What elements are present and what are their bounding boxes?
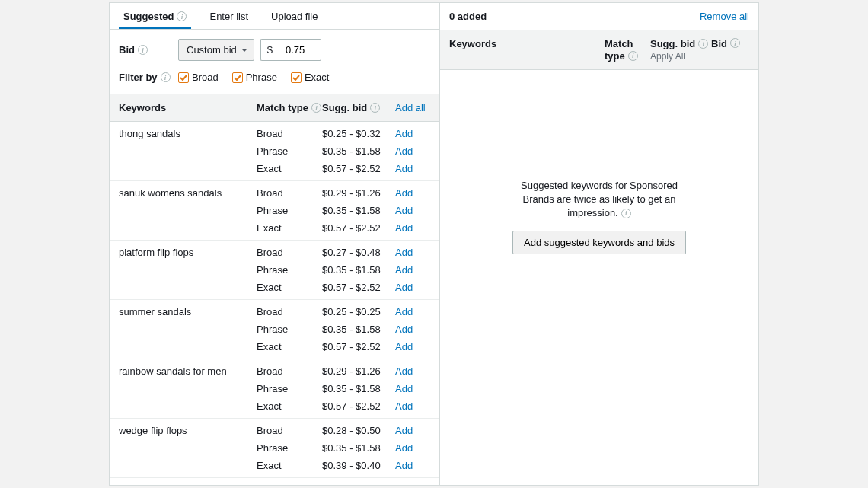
col-label: Match type [257, 102, 308, 113]
match-type-cell: Phrase [257, 205, 322, 216]
add-link[interactable]: Add [395, 324, 430, 335]
col-label: Match [605, 38, 650, 50]
checkbox-exact[interactable]: Exact [291, 72, 330, 83]
info-icon[interactable]: i [628, 51, 638, 61]
checkbox-phrase[interactable]: Phrase [232, 72, 277, 83]
sugg-bid-cell: $0.35 - $1.58 [322, 442, 395, 454]
sugg-bid-cell: $0.35 - $1.58 [322, 264, 395, 276]
add-link[interactable]: Add [395, 442, 430, 454]
sugg-bid-cell: $0.35 - $1.58 [322, 145, 395, 157]
match-type-cell: Broad [257, 365, 322, 377]
bid-row: Bid i Custom bid $ [119, 39, 430, 61]
suggestions-table-body[interactable]: thong sandalsBroad$0.25 - $0.32AddPhrase… [110, 122, 439, 485]
match-type-cell: Exact [257, 282, 322, 293]
col-keywords: Keywords [119, 102, 257, 113]
info-icon[interactable]: i [177, 11, 187, 21]
match-type-cell: Phrase [257, 264, 322, 276]
add-suggested-button[interactable]: Add suggested keywords and bids [512, 231, 686, 254]
keyword-cell: thong sandals [119, 128, 257, 139]
match-type-cell: Phrase [257, 145, 322, 157]
checkbox-icon [291, 72, 302, 83]
filter-label-text: Filter by [119, 72, 158, 83]
info-icon[interactable]: i [161, 72, 171, 82]
keyword-group: rainbow sandals for menBroad$0.29 - $1.2… [110, 359, 439, 419]
table-row: Exact$0.57 - $2.52Add [110, 219, 439, 240]
sugg-bid-cell: $0.35 - $1.58 [322, 324, 395, 335]
info-icon[interactable]: i [730, 38, 740, 48]
match-type-cell: Broad [257, 306, 322, 317]
table-row: sanuk womens sandalsBroad$0.29 - $1.26Ad… [110, 181, 439, 202]
match-type-cell: Broad [257, 187, 322, 199]
checkbox-broad[interactable]: Broad [178, 72, 219, 83]
bid-label: Bid i [119, 44, 172, 56]
table-row: rainbow sandals for menBroad$0.29 - $1.2… [110, 359, 439, 380]
col-match-type: Match type i [605, 38, 650, 62]
col-label: Sugg. bid [322, 102, 367, 113]
add-link[interactable]: Add [395, 205, 430, 216]
add-link[interactable]: Add [395, 383, 430, 394]
added-table-header: Keywords Match type i Sugg. bid i Apply … [440, 30, 758, 70]
info-icon[interactable]: i [698, 39, 708, 49]
keyword-cell: platform flip flops [119, 247, 257, 258]
checkbox-label: Phrase [246, 72, 277, 83]
add-link[interactable]: Add [395, 222, 430, 234]
suggestions-table-header: Keywords Match type i Sugg. bid i Add al… [110, 94, 439, 122]
table-row: Phrase$0.35 - $1.58Add [110, 321, 439, 338]
keyword-cell: summer sandals [119, 306, 257, 317]
add-link[interactable]: Add [395, 400, 430, 412]
keyword-group: platform flip flopsBroad$0.27 - $0.48Add… [110, 241, 439, 300]
add-link[interactable]: Add [395, 187, 430, 199]
tab-upload-file[interactable]: Upload file [266, 3, 322, 29]
col-bid: Bid i [711, 38, 749, 49]
bid-input[interactable] [279, 39, 321, 61]
info-icon[interactable]: i [138, 45, 148, 55]
table-row: platform flip flopsBroad$0.27 - $0.48Add [110, 241, 439, 261]
sugg-bid-cell: $0.35 - $1.58 [322, 383, 395, 394]
checkbox-label: Broad [192, 72, 219, 83]
add-link[interactable]: Add [395, 128, 430, 139]
match-type-cell: Phrase [257, 324, 322, 335]
sugg-bid-cell: $0.29 - $1.26 [322, 365, 395, 377]
sugg-bid-cell: $0.57 - $2.52 [322, 222, 395, 234]
table-row: Exact$0.57 - $2.52Add [110, 160, 439, 180]
add-link[interactable]: Add [395, 264, 430, 276]
add-link[interactable]: Add [395, 247, 430, 258]
add-link[interactable]: Add [395, 306, 430, 317]
add-link[interactable]: Add [395, 365, 430, 377]
add-link[interactable]: Add [395, 282, 430, 293]
sugg-bid-cell: $0.35 - $1.58 [322, 205, 395, 216]
keyword-cell: sanuk womens sandals [119, 187, 257, 199]
sugg-bid-cell: $0.25 - $0.32 [322, 128, 395, 139]
hint-line: impression. [567, 206, 617, 220]
sugg-bid-cell: $0.57 - $2.52 [322, 282, 395, 293]
info-icon[interactable]: i [311, 103, 321, 113]
table-row: Phrase$0.35 - $1.58Add [110, 202, 439, 219]
apply-all-link[interactable]: Apply All [650, 51, 711, 62]
tab-enter-list[interactable]: Enter list [205, 3, 253, 29]
add-link[interactable]: Add [395, 145, 430, 157]
added-header: 0 added Remove all [440, 3, 758, 30]
hint-text: Suggested keywords for Sponsored Brands … [521, 179, 678, 221]
tab-suggested[interactable]: Suggested i [119, 3, 191, 29]
keyword-targeting-panel: Suggested i Enter list Upload file Bid i… [109, 2, 759, 486]
info-icon[interactable]: i [621, 209, 631, 218]
add-link[interactable]: Add [395, 341, 430, 352]
keyword-group: sanuk womens sandalsBroad$0.29 - $1.26Ad… [110, 181, 439, 241]
currency-symbol: $ [260, 39, 279, 61]
sugg-bid-cell: $0.29 - $1.26 [322, 187, 395, 199]
bid-mode-select[interactable]: Custom bid [178, 39, 254, 61]
info-icon[interactable]: i [370, 103, 380, 113]
bid-label-text: Bid [119, 44, 135, 56]
remove-all-link[interactable]: Remove all [700, 11, 749, 22]
source-tabs: Suggested i Enter list Upload file [110, 3, 439, 30]
add-link[interactable]: Add [395, 460, 430, 471]
checkbox-icon [232, 72, 243, 83]
tab-label: Suggested [123, 11, 174, 22]
sugg-bid-cell: $0.27 - $0.48 [322, 247, 395, 258]
sugg-bid-cell: $0.39 - $0.40 [322, 460, 395, 471]
add-link[interactable]: Add [395, 163, 430, 174]
add-all-link[interactable]: Add all [395, 102, 430, 113]
add-link[interactable]: Add [395, 484, 430, 485]
match-type-cell: Phrase [257, 383, 322, 394]
add-link[interactable]: Add [395, 425, 430, 436]
